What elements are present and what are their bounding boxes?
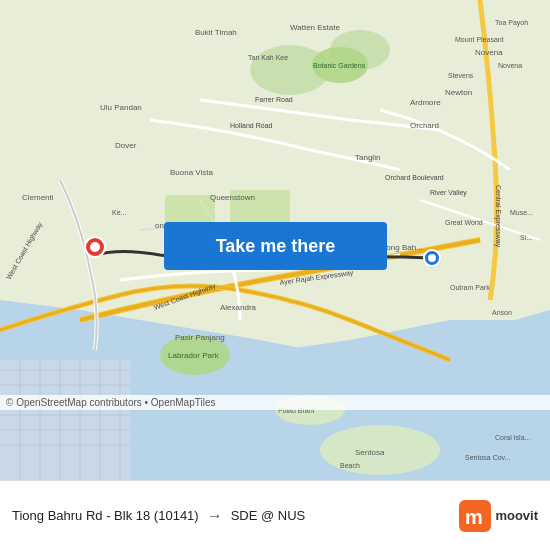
svg-text:Farrer Road: Farrer Road bbox=[255, 96, 293, 103]
destination-label: SDE @ NUS bbox=[231, 508, 306, 523]
svg-text:Botanic Gardens: Botanic Gardens bbox=[313, 62, 366, 69]
svg-text:Beach: Beach bbox=[340, 462, 360, 469]
arrow-icon: → bbox=[207, 507, 223, 525]
svg-text:Tanglin: Tanglin bbox=[355, 153, 380, 162]
svg-text:Queenstown: Queenstown bbox=[210, 193, 255, 202]
svg-text:Orchard: Orchard bbox=[410, 121, 439, 130]
bottom-bar: Tiong Bahru Rd - Blk 18 (10141) → SDE @ … bbox=[0, 480, 550, 550]
svg-text:Sentosa Cov...: Sentosa Cov... bbox=[465, 454, 510, 461]
svg-text:Ke...: Ke... bbox=[112, 209, 126, 216]
svg-text:Outram Park: Outram Park bbox=[450, 284, 490, 291]
svg-text:Watten Estate: Watten Estate bbox=[290, 23, 341, 32]
moovit-logo: m moovit bbox=[459, 500, 538, 532]
svg-text:Newton: Newton bbox=[445, 88, 472, 97]
svg-text:Dover: Dover bbox=[115, 141, 137, 150]
svg-text:Mount Pleasant: Mount Pleasant bbox=[455, 36, 504, 43]
take-me-there-button[interactable]: Take me there bbox=[164, 222, 387, 270]
svg-text:Clementi: Clementi bbox=[22, 193, 54, 202]
route-info: Tiong Bahru Rd - Blk 18 (10141) → SDE @ … bbox=[12, 507, 459, 525]
svg-text:Ardmore: Ardmore bbox=[410, 98, 441, 107]
svg-point-65 bbox=[90, 242, 100, 252]
svg-text:Novena: Novena bbox=[498, 62, 522, 69]
svg-text:Pasir Panjang: Pasir Panjang bbox=[175, 333, 225, 342]
svg-text:Stevens: Stevens bbox=[448, 72, 474, 79]
svg-text:Si...: Si... bbox=[520, 234, 532, 241]
svg-text:Tan Kah Kee: Tan Kah Kee bbox=[248, 54, 288, 61]
svg-text:Buona Vista: Buona Vista bbox=[170, 168, 214, 177]
svg-text:Muse...: Muse... bbox=[510, 209, 533, 216]
svg-text:River Valley: River Valley bbox=[430, 189, 467, 197]
svg-text:Alexandra: Alexandra bbox=[220, 303, 257, 312]
svg-text:Toa Payoh: Toa Payoh bbox=[495, 19, 528, 27]
svg-text:Coral Isla...: Coral Isla... bbox=[495, 434, 530, 441]
svg-text:Ulu Pandan: Ulu Pandan bbox=[100, 103, 142, 112]
svg-rect-4 bbox=[0, 360, 130, 480]
copyright-text: © OpenStreetMap contributors • OpenMapTi… bbox=[6, 397, 215, 408]
svg-text:Novena: Novena bbox=[475, 48, 503, 57]
svg-text:Anson: Anson bbox=[492, 309, 512, 316]
svg-text:Orchard Boulevard: Orchard Boulevard bbox=[385, 174, 444, 181]
moovit-icon: m bbox=[459, 500, 491, 532]
svg-text:Bukit Timah: Bukit Timah bbox=[195, 28, 237, 37]
svg-text:Holland Road: Holland Road bbox=[230, 122, 273, 129]
svg-text:Labrador Park: Labrador Park bbox=[168, 351, 220, 360]
copyright-bar: © OpenStreetMap contributors • OpenMapTi… bbox=[0, 395, 550, 410]
svg-text:Great World: Great World bbox=[445, 219, 483, 226]
map-container: Labrador Park Botanic Gardens one-north … bbox=[0, 0, 550, 480]
svg-text:Central Expressway: Central Expressway bbox=[494, 185, 502, 248]
svg-text:m: m bbox=[465, 506, 483, 528]
svg-text:Sentosa: Sentosa bbox=[355, 448, 385, 457]
origin-label: Tiong Bahru Rd - Blk 18 (10141) bbox=[12, 508, 199, 523]
svg-point-63 bbox=[428, 254, 436, 262]
moovit-brand-text: moovit bbox=[495, 508, 538, 523]
